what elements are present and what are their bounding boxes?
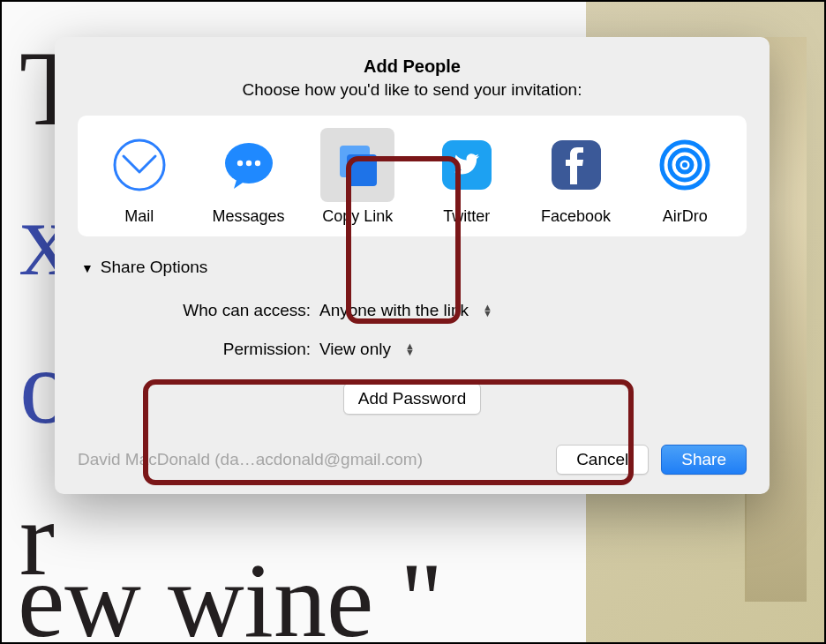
who-can-access-select[interactable]: Anyone with the link ▲▼ (319, 301, 492, 320)
share-label: Share (681, 450, 726, 468)
svg-point-0 (115, 140, 164, 190)
who-can-access-value: Anyone with the link (319, 301, 469, 320)
permission-value: View only (319, 340, 391, 359)
dialog-subtitle: Choose how you'd like to send your invit… (78, 80, 747, 100)
disclosure-triangle-icon: ▼ (81, 261, 94, 275)
share-button[interactable]: Share (661, 445, 747, 475)
share-method-twitter[interactable]: Twitter (412, 128, 522, 226)
airdrop-icon (648, 128, 722, 202)
facebook-icon (539, 128, 613, 202)
add-password-label: Add Password (358, 389, 467, 408)
share-options-panel: Who can access: Anyone with the link ▲▼ … (99, 291, 747, 369)
dialog-title: Add People (78, 56, 747, 77)
share-method-label: Copy Link (322, 207, 393, 226)
share-method-label: Messages (212, 207, 284, 226)
twitter-icon (430, 128, 504, 202)
svg-rect-6 (347, 154, 377, 186)
copylink-icon (320, 128, 394, 202)
permission-select[interactable]: View only ▲▼ (319, 340, 415, 359)
account-text: David MacDonald (da…acdonald@gmail.com) (78, 450, 423, 469)
add-people-dialog: Add People Choose how you'd like to send… (55, 37, 770, 494)
share-options-header-label: Share Options (101, 258, 207, 277)
share-method-label: Twitter (443, 207, 490, 226)
share-method-copy-link[interactable]: Copy Link (303, 128, 412, 226)
share-method-facebook[interactable]: Facebook (522, 128, 631, 226)
share-method-messages[interactable]: Messages (194, 128, 304, 226)
popup-arrows-icon: ▲▼ (483, 304, 492, 317)
messages-icon (212, 128, 286, 202)
share-method-airdrop[interactable]: AirDro (630, 128, 740, 226)
share-method-row: Mail Messages Copy Link (78, 116, 747, 236)
cancel-label: Cancel (576, 450, 628, 468)
bg-glyph: ew wine " (18, 540, 443, 644)
permission-label: Permission: (99, 340, 311, 359)
svg-point-3 (245, 161, 251, 166)
svg-point-4 (254, 161, 259, 166)
share-method-label: Mail (124, 207, 154, 226)
who-can-access-label: Who can access: (99, 301, 311, 320)
popup-arrows-icon: ▲▼ (405, 343, 415, 356)
mail-icon (102, 128, 176, 202)
share-method-mail[interactable]: Mail (85, 128, 194, 226)
cancel-button[interactable]: Cancel (556, 445, 649, 475)
svg-point-2 (237, 161, 242, 166)
add-password-button[interactable]: Add Password (343, 383, 482, 415)
svg-point-12 (682, 162, 687, 168)
share-method-label: Facebook (541, 207, 611, 226)
share-options-toggle[interactable]: ▼ Share Options (81, 258, 747, 277)
share-method-label: AirDro (663, 207, 708, 226)
